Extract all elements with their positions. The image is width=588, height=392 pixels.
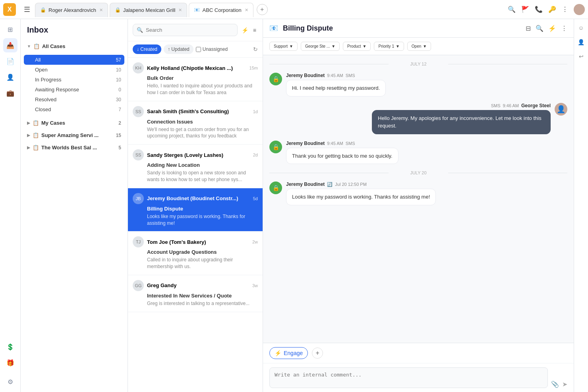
filter-created[interactable]: ↓ Created (133, 44, 161, 54)
user-avatar[interactable] (574, 4, 585, 15)
conv-more-icon[interactable]: ⋮ (561, 25, 567, 32)
case-subject-greg: Interested In New Services / Quote (133, 293, 258, 299)
case-name-tom: Tom Joe (Tom's Bakery) (147, 239, 249, 245)
search-input[interactable] (133, 24, 238, 36)
case-subject-jeremy: Billing Dispute (133, 206, 258, 212)
msg-meta-2: SMS 9:46 AM George Steel (491, 103, 551, 108)
my-cases-header[interactable]: ▶ 📋 My Cases 2 (24, 118, 124, 128)
send-icon[interactable]: ➤ (562, 380, 567, 388)
conv-search-icon[interactable]: 🔍 (536, 25, 544, 32)
case-item-jeremy[interactable]: JB Jeremy Boudinet (Boudinet Constr...) … (128, 188, 263, 232)
filter-unassigned[interactable]: Unassigned (196, 46, 228, 52)
case-avatar-tom: TJ (133, 236, 144, 247)
filter-agent[interactable]: George Ste ... ▼ (301, 42, 340, 51)
phone-icon[interactable]: 📞 (535, 6, 543, 13)
filter-icon[interactable]: ⚡ (240, 25, 250, 35)
msg-bubble-1: Hi. I need help resetting my password. (286, 80, 386, 97)
sidebar-icon-settings[interactable]: ⚙ (3, 375, 17, 389)
right-action-bar: ☺ 👤 ↩ (574, 19, 588, 392)
unassigned-checkbox[interactable] (196, 47, 201, 52)
key-icon[interactable]: 🔑 (548, 6, 556, 13)
case-item-tom[interactable]: TJ Tom Joe (Tom's Bakery) 2w Account Upg… (128, 232, 263, 275)
sidebar-icon-gift[interactable]: 🎁 (3, 355, 17, 370)
conv-bottom: ⚡ Engage + 📎 ➤ (263, 343, 574, 392)
conv-layout-icon[interactable]: ⊟ (526, 25, 531, 32)
inbox-header: Inbox (21, 19, 128, 41)
tab-abc-close[interactable]: ✕ (245, 8, 248, 13)
inbox-item-open[interactable]: Open 10 (24, 65, 124, 75)
main-layout: ⊞ 📥 📄 👤 💼 💲 🎁 ⚙ Inbox ▼ 📋 All Cases All … (0, 19, 588, 392)
msg-avatar-3: 🔒 (269, 141, 282, 153)
filter-status[interactable]: Open ▼ (407, 42, 431, 51)
inbox-panel: Inbox ▼ 📋 All Cases All 57 Open 10 In Pr… (21, 19, 128, 392)
sidebar-icon-document[interactable]: 📄 (3, 54, 17, 68)
case-name-sarah: Sarah Smith (Smith's Consulting) (147, 108, 250, 114)
sidebar-icon-person[interactable]: 👤 (3, 70, 17, 84)
inbox-section-worlds-best: ▶ 📋 The Worlds Best Sal ... 5 (21, 142, 128, 153)
tab-abc-label: ABC Corporation (202, 7, 241, 13)
case-avatar-greg: GG (133, 280, 144, 291)
sidebar-icon-grid[interactable]: ⊞ (3, 22, 17, 37)
sidebar-icon-dollar[interactable]: 💲 (3, 340, 17, 354)
filter-updated[interactable]: ↑ Updated (164, 44, 193, 54)
inbox-item-resolved[interactable]: Resolved 30 (24, 95, 124, 104)
msg-avatar-1: 🔒 (269, 73, 282, 85)
tab-abc[interactable]: 📧 ABC Corporation ✕ (189, 3, 253, 17)
all-cases-arrow: ▼ (27, 44, 31, 48)
search-icon[interactable]: 🔍 (508, 6, 516, 13)
conv-input-actions: 📎 ➤ (551, 380, 567, 388)
case-item-greg[interactable]: GG Greg Gandy 3w Interested In New Servi… (128, 275, 263, 312)
compose-input[interactable] (269, 367, 548, 388)
case-avatar-sarah: SS (133, 106, 144, 117)
add-button[interactable]: + (312, 348, 323, 359)
sidebar-icon-briefcase[interactable]: 💼 (3, 86, 17, 100)
worlds-best-icon: 📋 (33, 145, 39, 151)
case-name-sandy: Sandy Sterges (Lovely Lashes) (147, 152, 250, 158)
right-action-1[interactable]: ☺ (576, 22, 587, 33)
inbox-item-closed[interactable]: Closed 7 (24, 104, 124, 114)
all-cases-header[interactable]: ▼ 📋 All Cases (24, 41, 124, 52)
case-subject-tom: Account Upgrade Questions (133, 249, 258, 255)
case-preview-kelly: Hello, I wanted to inquire about your pr… (133, 83, 258, 96)
tab-bar: X ☰ 🔒 Roger Alexandrovich ✕ 🔒 Jalapeno M… (0, 0, 588, 19)
all-cases-label: All Cases (42, 43, 66, 49)
tab-roger-close[interactable]: ✕ (99, 8, 103, 13)
case-item-sandy[interactable]: SS Sandy Sterges (Lovely Lashes) 2d Addi… (128, 145, 263, 188)
hamburger-menu[interactable]: ☰ (21, 4, 33, 15)
refresh-button[interactable]: ↻ (253, 46, 258, 52)
case-avatar-sandy: SS (133, 149, 144, 160)
case-preview-jeremy: Looks like my password is working. Thank… (133, 213, 258, 227)
all-cases-items: All 57 Open 10 In Progress 10 Awaiting R… (24, 55, 124, 114)
inbox-item-all[interactable]: All 57 (24, 55, 124, 65)
tab-roger[interactable]: 🔒 Roger Alexandrovich ✕ (35, 3, 108, 17)
inbox-item-awaiting[interactable]: Awaiting Response 0 (24, 85, 124, 95)
super-amazing-header[interactable]: ▶ 📋 Super Amazing Servi ... 15 (24, 130, 124, 141)
case-subject-kelly: Bulk Order (133, 75, 258, 81)
right-action-2[interactable]: 👤 (576, 37, 587, 48)
worlds-best-label: The Worlds Best Sal ... (41, 145, 116, 151)
case-list-panel: 🔍 ⚡ ≡ ↓ Created ↑ Updated Unassigned ↻ (128, 19, 263, 392)
engage-button[interactable]: ⚡ Engage (269, 347, 308, 359)
tab-jalapeno[interactable]: 🔒 Jalapeno Mexican Grill ✕ (110, 3, 188, 17)
case-item-kelly[interactable]: KH Kelly Holland (Chipotle Mexican ...) … (128, 58, 263, 101)
worlds-best-header[interactable]: ▶ 📋 The Worlds Best Sal ... 5 (24, 142, 124, 153)
filter-support[interactable]: Support ▼ (269, 42, 298, 51)
msg-content-4: Jeremy Boudinet 🔄 Jul 20 12:50 PM Looks … (286, 182, 436, 205)
attach-icon[interactable]: 📎 (551, 380, 559, 388)
filter-product[interactable]: Product ▼ (343, 42, 371, 51)
sort-icon[interactable]: ≡ (251, 25, 258, 35)
inbox-item-in-progress[interactable]: In Progress 10 (24, 75, 124, 85)
msg-meta-1: Jeremy Boudinet 9:45 AM SMS (286, 73, 386, 78)
case-time-jeremy: 5d (253, 196, 258, 201)
new-tab-button[interactable]: + (257, 4, 268, 15)
filter-priority[interactable]: Priority 1 ▼ (374, 42, 404, 51)
tab-jalapeno-close[interactable]: ✕ (178, 8, 182, 13)
conv-filter-icon[interactable]: ⚡ (548, 25, 556, 32)
case-item-sarah[interactable]: SS Sarah Smith (Smith's Consulting) 1d C… (128, 101, 263, 145)
sidebar-icon-inbox[interactable]: 📥 (3, 38, 17, 52)
flag-icon[interactable]: 🚩 (521, 6, 529, 13)
right-action-3[interactable]: ↩ (576, 51, 587, 62)
more-icon[interactable]: ⋮ (562, 6, 568, 13)
message-row-2: 👤 SMS 9:46 AM George Steel Hello Jeremy.… (269, 103, 567, 134)
case-name-kelly: Kelly Holland (Chipotle Mexican ...) (147, 65, 246, 71)
